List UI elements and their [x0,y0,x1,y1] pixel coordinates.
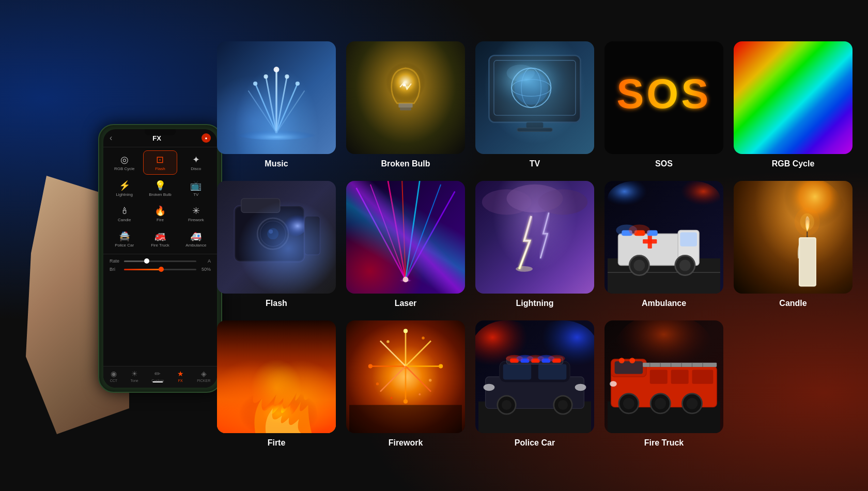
fx-item-rgb-cycle[interactable]: ◎ RGB Cycle [107,150,141,175]
fx-item-candle[interactable]: 🕯 Candle [107,202,141,225]
svg-point-49 [538,189,587,214]
fx-item-fire[interactable]: 🔥 Fire [143,202,177,225]
tone-label: Tone [131,379,138,382]
candle-image [734,181,853,294]
fx-item-flash[interactable]: ⊡ Flash [143,150,177,175]
svg-point-134 [619,358,625,363]
fx-card-ambulance[interactable]: Ambulance [605,181,723,310]
nav-item-tone[interactable]: ☀ Tone [131,370,138,382]
svg-line-6 [276,90,305,133]
rate-label: Rate [110,258,120,264]
rate-slider[interactable] [124,260,196,262]
nav-item-fx[interactable]: ★ FX [177,370,184,382]
fx-card-sos[interactable]: SOS SOS [605,41,723,171]
svg-line-82 [380,366,406,392]
fx-item-firework[interactable]: ✳ Firework [179,202,213,225]
lightning-icon: ⚡ [119,180,130,191]
sos-label: SOS [655,159,673,171]
fx-item-label: Police Car [115,243,134,248]
fx-item-label: Lightning [116,192,132,197]
svg-point-91 [376,382,379,385]
fx-nav-label: FX [178,379,183,382]
svg-point-64 [629,224,650,236]
firte-image [217,320,336,433]
nav-item-custom[interactable]: ✏ Custom [151,370,164,382]
fx-item-ambulance[interactable]: 🚑 Ambulance [179,227,213,251]
svg-line-80 [380,341,406,366]
svg-point-12 [296,82,300,86]
svg-line-38 [357,188,406,280]
svg-rect-100 [503,364,532,379]
svg-line-81 [406,341,431,366]
flash-overlay [217,181,336,294]
svg-point-52 [664,181,720,216]
fx-card-music[interactable]: Music [217,41,336,171]
fx-card-broken-bulb[interactable]: Broken Bulb [346,41,465,171]
svg-line-44 [406,191,455,279]
svg-point-16 [403,84,406,86]
fx-card-fire-truck[interactable]: Fire Truck [605,320,723,450]
fx-card-police-car[interactable]: Police Car [475,320,594,450]
svg-rect-59 [648,235,652,249]
fx-item-fire-truck[interactable]: 🚒 Fire Truck [143,227,177,251]
fx-item-police-car[interactable]: 🚔 Police Car [107,227,141,251]
broken-bulb-overlay [346,41,465,154]
bottom-nav-items: ◉ CCT ☀ Tone ✏ Custom ★ FX [103,370,217,382]
svg-point-8 [253,82,257,86]
svg-line-83 [406,366,431,392]
rate-fill [124,260,146,262]
fx-card-rgb-cycle[interactable]: RGB Cycle [734,41,853,171]
broken-bulb-image [346,41,465,154]
ambulance-image [605,181,723,294]
fx-card-firte[interactable]: Firte [217,320,336,450]
svg-rect-25 [526,122,544,128]
fx-card-candle[interactable]: Candle [734,181,853,310]
ambulance-icon: 🚑 [190,231,202,242]
bri-thumb[interactable] [159,267,164,272]
back-button[interactable]: ‹ [110,133,112,143]
cct-icon: ◉ [111,370,117,378]
fx-card-laser[interactable]: Laser [346,181,465,310]
ambulance-label: Ambulance [642,299,686,310]
svg-point-21 [512,68,551,108]
svg-point-32 [257,218,288,249]
fx-item-broken-bulb[interactable]: 💡 Broken Bulb [143,177,177,200]
nav-item-picker[interactable]: ◈ PICKER [197,370,210,382]
svg-rect-37 [305,216,320,255]
fx-item-lightning[interactable]: ⚡ Lightning [107,177,141,200]
svg-point-24 [514,71,548,104]
main-content: Music [217,41,853,450]
svg-point-48 [507,185,563,213]
svg-rect-20 [494,60,576,115]
svg-point-137 [623,398,634,409]
fx-item-tv[interactable]: 📺 TV [179,177,213,200]
fx-item-disco[interactable]: ✦ Disco [179,150,213,175]
nav-item-cct[interactable]: ◉ CCT [110,370,117,382]
fx-card-firework[interactable]: Firework [346,320,465,450]
fx-card-lightning[interactable]: Lightning [475,181,594,310]
svg-point-142 [610,381,617,387]
svg-rect-15 [400,108,411,110]
tv-image [475,41,594,154]
power-button[interactable]: ● [202,133,211,143]
svg-point-47 [482,189,531,214]
police-car-image [475,320,594,433]
fx-card-flash[interactable]: Flash [217,181,336,310]
candle-label: Candle [779,299,807,310]
laser-image [346,181,465,294]
rgb-cycle-image [734,41,853,154]
bri-slider[interactable] [124,269,196,270]
broken-bulb-label: Broken Bulb [381,159,430,171]
sos-image: SOS [605,41,723,154]
fx-card-tv[interactable]: TV [475,41,594,171]
svg-rect-29 [234,206,304,262]
disco-icon: ✦ [192,154,200,165]
nav-underline [153,381,163,382]
police-car-overlay [475,320,594,433]
rate-thumb[interactable] [144,258,149,264]
svg-line-4 [276,76,287,133]
svg-point-93 [419,393,421,395]
tv-overlay [475,41,594,154]
svg-line-2 [266,76,276,133]
firework-overlay-svg [346,320,465,433]
